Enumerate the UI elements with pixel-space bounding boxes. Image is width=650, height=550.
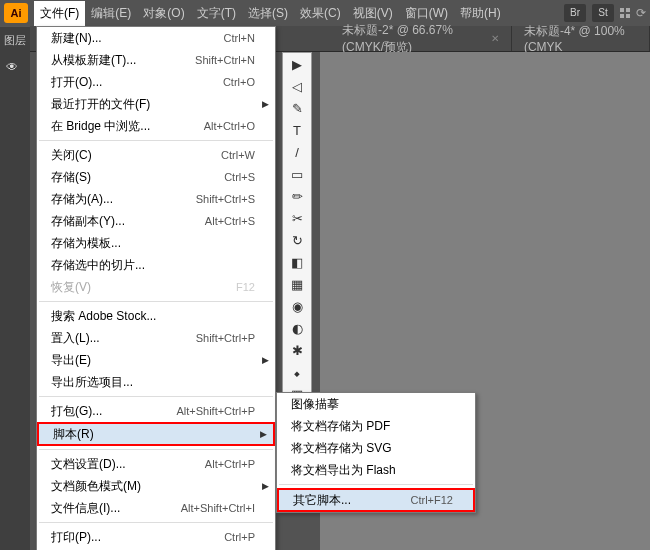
shortcut: Ctrl+F12 — [411, 494, 454, 506]
tool-1[interactable]: ◁ — [283, 75, 311, 97]
tool-7[interactable]: ✂ — [283, 207, 311, 229]
visibility-icon[interactable]: 👁 — [0, 54, 30, 80]
menuitem[interactable]: 文件信息(I)...Alt+Shift+Ctrl+I — [37, 497, 275, 519]
menuitem[interactable]: 从模板新建(T)...Shift+Ctrl+N — [37, 49, 275, 71]
menuitem[interactable]: 搜索 Adobe Stock... — [37, 305, 275, 327]
menuitem-label: 存储选中的切片... — [51, 257, 255, 274]
tool-3[interactable]: T — [283, 119, 311, 141]
menuitem[interactable]: 文档设置(D)...Alt+Ctrl+P — [37, 453, 275, 475]
menu-4[interactable]: 选择(S) — [242, 1, 294, 26]
shortcut: Shift+Ctrl+N — [195, 54, 255, 66]
menuitem-label: 打印(P)... — [51, 529, 224, 546]
submenu-arrow-icon: ▶ — [262, 481, 269, 491]
menuitem-label: 导出所选项目... — [51, 374, 255, 391]
menuitem[interactable]: 打开(O)...Ctrl+O — [37, 71, 275, 93]
menuitem[interactable]: 其它脚本...Ctrl+F12 — [277, 488, 475, 512]
shortcut: Shift+Ctrl+S — [196, 193, 255, 205]
menuitem[interactable]: 导出(E)▶ — [37, 349, 275, 371]
menuitem-label: 存储副本(Y)... — [51, 213, 205, 230]
menuitem[interactable]: 脚本(R)▶ — [37, 422, 275, 446]
menuitem[interactable]: 存储为模板... — [37, 232, 275, 254]
menuitem[interactable]: 存储副本(Y)...Alt+Ctrl+S — [37, 210, 275, 232]
separator — [39, 396, 273, 397]
shortcut: Ctrl+O — [223, 76, 255, 88]
shortcut: Ctrl+N — [224, 32, 255, 44]
menuitem[interactable]: 新建(N)...Ctrl+N — [37, 27, 275, 49]
shortcut: Alt+Shift+Ctrl+P — [176, 405, 255, 417]
menuitem[interactable]: 文档颜色模式(M)▶ — [37, 475, 275, 497]
separator — [39, 140, 273, 141]
shortcut: Alt+Ctrl+P — [205, 458, 255, 470]
tool-14[interactable]: ⬥ — [283, 361, 311, 383]
menuitem-label: 将文档导出为 Flash — [291, 462, 455, 479]
tool-12[interactable]: ◐ — [283, 317, 311, 339]
menuitem[interactable]: 存储(S)Ctrl+S — [37, 166, 275, 188]
tool-9[interactable]: ◧ — [283, 251, 311, 273]
menuitem[interactable]: 将文档存储为 SVG — [277, 437, 475, 459]
menu-3[interactable]: 文字(T) — [191, 1, 242, 26]
menuitem[interactable]: 最近打开的文件(F)▶ — [37, 93, 275, 115]
menuitem: 恢复(V)F12 — [37, 276, 275, 298]
menuitem[interactable]: 将文档存储为 PDF — [277, 415, 475, 437]
shortcut: Alt+Shift+Ctrl+I — [181, 502, 255, 514]
separator — [39, 449, 273, 450]
menuitem-label: 最近打开的文件(F) — [51, 96, 255, 113]
menuitem-label: 关闭(C) — [51, 147, 221, 164]
document-tab[interactable]: 未标题-4* @ 100% (CMYK — [512, 26, 650, 51]
tool-10[interactable]: ▦ — [283, 273, 311, 295]
menuitem[interactable]: 图像描摹 — [277, 393, 475, 415]
menuitem-label: 图像描摹 — [291, 396, 455, 413]
menuitem-label: 导出(E) — [51, 352, 255, 369]
layers-tab[interactable]: 图层 — [0, 26, 30, 54]
stock-badge[interactable]: St — [592, 4, 614, 22]
menuitem[interactable]: 存储选中的切片... — [37, 254, 275, 276]
workspace-icon[interactable] — [620, 8, 630, 18]
shortcut: Ctrl+P — [224, 531, 255, 543]
menu-2[interactable]: 对象(O) — [137, 1, 190, 26]
tool-2[interactable]: ✎ — [283, 97, 311, 119]
menu-5[interactable]: 效果(C) — [294, 1, 347, 26]
menuitem[interactable]: 关闭(C)Ctrl+W — [37, 144, 275, 166]
submenu-arrow-icon: ▶ — [262, 355, 269, 365]
tool-5[interactable]: ▭ — [283, 163, 311, 185]
menuitem-label: 脚本(R) — [53, 426, 253, 443]
tool-11[interactable]: ◉ — [283, 295, 311, 317]
sync-icon[interactable]: ⟳ — [636, 6, 646, 20]
shortcut: F12 — [236, 281, 255, 293]
submenu-arrow-icon: ▶ — [260, 429, 267, 439]
tool-4[interactable]: / — [283, 141, 311, 163]
tool-8[interactable]: ↻ — [283, 229, 311, 251]
menuitem-label: 存储为(A)... — [51, 191, 196, 208]
app-logo: Ai — [4, 3, 28, 23]
shortcut: Ctrl+S — [224, 171, 255, 183]
menuitem-label: 搜索 Adobe Stock... — [51, 308, 255, 325]
shortcut: Shift+Ctrl+P — [196, 332, 255, 344]
menuitem[interactable]: 导出所选项目... — [37, 371, 275, 393]
shortcut: Alt+Ctrl+O — [204, 120, 255, 132]
tool-6[interactable]: ✏ — [283, 185, 311, 207]
menuitem[interactable]: 存储为(A)...Shift+Ctrl+S — [37, 188, 275, 210]
layers-panel: 图层 👁 — [0, 26, 30, 550]
scripts-submenu: 图像描摹将文档存储为 PDF将文档存储为 SVG将文档导出为 Flash其它脚本… — [276, 392, 476, 513]
bridge-badge[interactable]: Br — [564, 4, 586, 22]
menuitem[interactable]: 打印(P)...Ctrl+P — [37, 526, 275, 548]
menu-1[interactable]: 编辑(E) — [85, 1, 137, 26]
tool-0[interactable]: ▶ — [283, 53, 311, 75]
topbar-right: Br St ⟳ — [564, 4, 646, 22]
shortcut: Alt+Ctrl+S — [205, 215, 255, 227]
menu-0[interactable]: 文件(F) — [34, 1, 85, 26]
menuitem-label: 从模板新建(T)... — [51, 52, 195, 69]
tool-13[interactable]: ✱ — [283, 339, 311, 361]
separator — [279, 484, 473, 485]
menuitem-label: 将文档存储为 PDF — [291, 418, 455, 435]
menuitem-label: 置入(L)... — [51, 330, 196, 347]
close-icon[interactable]: ✕ — [491, 33, 499, 44]
menuitem[interactable]: 置入(L)...Shift+Ctrl+P — [37, 327, 275, 349]
menuitem[interactable]: 在 Bridge 中浏览...Alt+Ctrl+O — [37, 115, 275, 137]
menuitem[interactable]: 打包(G)...Alt+Shift+Ctrl+P — [37, 400, 275, 422]
menuitem-label: 将文档存储为 SVG — [291, 440, 455, 457]
menuitem[interactable]: 将文档导出为 Flash — [277, 459, 475, 481]
document-tab[interactable]: 未标题-2* @ 66.67% (CMYK/预览)✕ — [330, 26, 512, 51]
menuitem-label: 文档颜色模式(M) — [51, 478, 255, 495]
menuitem-label: 打包(G)... — [51, 403, 176, 420]
